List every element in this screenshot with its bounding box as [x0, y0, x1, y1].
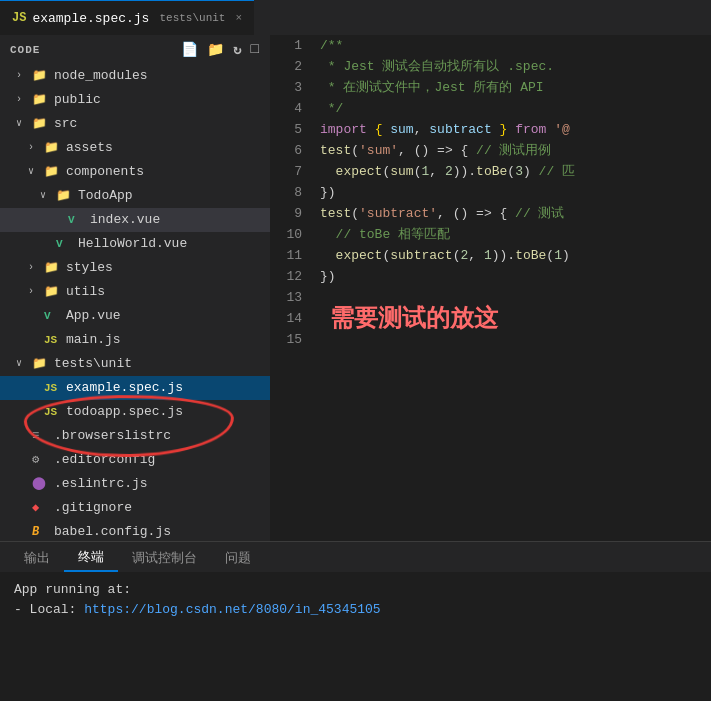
sidebar-item-assets[interactable]: › 📁 assets [0, 136, 270, 160]
arrow-icon: ∨ [16, 113, 32, 135]
terminal-label: - Local: [14, 602, 84, 617]
sidebar-item-gitignore[interactable]: ◆ .gitignore [0, 496, 270, 520]
sidebar-actions: 📄 📁 ↻ □ [181, 41, 260, 58]
folder-icon: 📁 [32, 353, 50, 375]
js-icon: JS [44, 329, 62, 351]
sidebar-title: CODE [10, 44, 40, 56]
js-icon: JS [44, 401, 62, 423]
panel-tab-output[interactable]: 输出 [10, 545, 64, 572]
vue-icon: V [68, 209, 86, 231]
folder-icon: 📁 [32, 113, 50, 135]
code-line-11: test('subtract', () => { // 测试 [320, 203, 711, 224]
main-area: CODE 📄 📁 ↻ □ › 📁 node_modules › 📁 public… [0, 35, 711, 541]
new-folder-icon[interactable]: 📁 [207, 41, 225, 58]
item-label: HelloWorld.vue [78, 233, 187, 255]
item-label: .eslintrc.js [54, 473, 148, 495]
sidebar-item-browserslist[interactable]: ≡ .browserslistrc [0, 424, 270, 448]
code-line-13: expect(subtract(2, 1)).toBe(1) [320, 245, 711, 266]
folder-icon: 📁 [32, 65, 50, 87]
sidebar-item-editorconfig[interactable]: ⚙ .editorconfig [0, 448, 270, 472]
code-line-5: import { sum, subtract } from '@ [320, 119, 711, 140]
panel-content: App running at: - Local: https://blog.cs… [0, 572, 711, 628]
item-label: styles [66, 257, 113, 279]
sidebar-item-index-vue[interactable]: V index.vue [0, 208, 270, 232]
panel-tabs: 输出 终端 调试控制台 问题 [0, 542, 711, 572]
item-label: .browserslistrc [54, 425, 171, 447]
sidebar-item-styles[interactable]: › 📁 styles [0, 256, 270, 280]
sidebar-item-todoapp-spec-js[interactable]: JS todoapp.spec.js [0, 400, 270, 424]
item-label: .gitignore [54, 497, 132, 519]
code-editor: 1 2 3 4 5 6 7 8 9 10 11 12 13 14 15 /** … [270, 35, 711, 541]
item-label: .editorconfig [54, 449, 155, 471]
sidebar-header: CODE 📄 📁 ↻ □ [0, 35, 270, 64]
arrow-icon: ∨ [40, 185, 56, 207]
item-label: assets [66, 137, 113, 159]
code-line-1: /** [320, 35, 711, 56]
tab-path: tests\unit [159, 12, 225, 24]
line-numbers: 1 2 3 4 5 6 7 8 9 10 11 12 13 14 15 [270, 35, 310, 541]
tab-close-icon[interactable]: × [235, 12, 242, 24]
code-line-3: * 在测试文件中，Jest 所有的 API [320, 77, 711, 98]
sidebar-item-example-spec-js[interactable]: JS example.spec.js [0, 376, 270, 400]
sidebar-item-babel-config[interactable]: B babel.config.js [0, 520, 270, 541]
panel-tab-terminal[interactable]: 终端 [64, 544, 118, 572]
chinese-annotation: 需要测试的放这 [320, 307, 711, 328]
item-label: example.spec.js [66, 377, 183, 399]
item-label: TodoApp [78, 185, 133, 207]
folder-icon: 📁 [44, 257, 62, 279]
refresh-icon[interactable]: ↻ [233, 41, 242, 58]
arrow-icon: › [28, 257, 44, 279]
item-label: components [66, 161, 144, 183]
arrow-icon: ∨ [16, 353, 32, 375]
sidebar-item-main-js[interactable]: JS main.js [0, 328, 270, 352]
code-content: 1 2 3 4 5 6 7 8 9 10 11 12 13 14 15 /** … [270, 35, 711, 541]
arrow-icon: › [16, 89, 32, 111]
folder-icon: 📁 [44, 137, 62, 159]
sidebar-item-public[interactable]: › 📁 public [0, 88, 270, 112]
item-label: public [54, 89, 101, 111]
item-label: babel.config.js [54, 521, 171, 541]
code-line-4: */ [320, 98, 711, 119]
sidebar-item-helloworld-vue[interactable]: V HelloWorld.vue [0, 232, 270, 256]
terminal-url: https://blog.csdn.net/8080/in_45345105 [84, 602, 380, 617]
sidebar-item-todoapp[interactable]: ∨ 📁 TodoApp [0, 184, 270, 208]
arrow-icon: ∨ [28, 161, 44, 183]
arrow-icon: › [16, 65, 32, 87]
folder-icon: 📁 [44, 161, 62, 183]
sidebar-item-eslintrc[interactable]: ⬤ .eslintrc.js [0, 472, 270, 496]
sidebar-item-components[interactable]: ∨ 📁 components [0, 160, 270, 184]
code-line-7: test('sum', () => { // 测试用例 [320, 140, 711, 161]
code-line-2: * Jest 测试会自动找所有以 .spec. [320, 56, 711, 77]
item-label: index.vue [90, 209, 160, 231]
collapse-icon[interactable]: □ [251, 41, 260, 58]
panel-tab-problems[interactable]: 问题 [211, 545, 265, 572]
code-line-9: }) [320, 182, 711, 203]
gear-icon: ⚙ [32, 449, 50, 471]
code-text: /** * Jest 测试会自动找所有以 .spec. * 在测试文件中，Jes… [310, 35, 711, 541]
folder-icon: 📁 [32, 89, 50, 111]
item-label: App.vue [66, 305, 121, 327]
folder-icon: 📁 [56, 185, 74, 207]
vue-icon: V [44, 305, 62, 327]
git-icon: ◆ [32, 497, 50, 519]
sidebar-item-node_modules[interactable]: › 📁 node_modules [0, 64, 270, 88]
tab-filename: example.spec.js [32, 11, 149, 26]
file-icon: ≡ [32, 425, 50, 447]
vue-icon: V [56, 233, 74, 255]
item-label: main.js [66, 329, 121, 351]
sidebar-item-utils[interactable]: › 📁 utils [0, 280, 270, 304]
sidebar-item-tests-unit[interactable]: ∨ 📁 tests\unit [0, 352, 270, 376]
eslint-icon: ⬤ [32, 473, 50, 495]
panel: 输出 终端 调试控制台 问题 App running at: - Local: … [0, 541, 711, 701]
active-tab[interactable]: JS example.spec.js tests\unit × [0, 0, 254, 35]
code-line-14: }) [320, 266, 711, 287]
arrow-icon: › [28, 281, 44, 303]
js-icon: JS [44, 377, 62, 399]
panel-tab-debug[interactable]: 调试控制台 [118, 545, 211, 572]
sidebar-item-app-vue[interactable]: V App.vue [0, 304, 270, 328]
item-label: src [54, 113, 77, 135]
new-file-icon[interactable]: 📄 [181, 41, 199, 58]
tab-bar: JS example.spec.js tests\unit × [0, 0, 711, 35]
sidebar-item-src[interactable]: ∨ 📁 src [0, 112, 270, 136]
terminal-line-2: - Local: https://blog.csdn.net/8080/in_4… [14, 600, 697, 620]
